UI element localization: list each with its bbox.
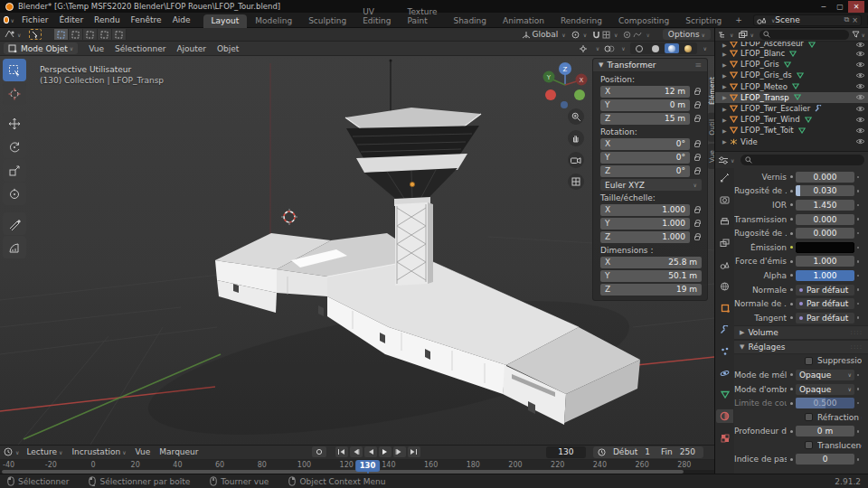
box-select-mode-extend-button[interactable] [69, 29, 83, 40]
rotation-y-field[interactable]: Y0° [600, 152, 690, 164]
outliner-item-lfop-gris-ds[interactable]: ▶LFOP_Gris_ds [715, 70, 868, 80]
lock-rotation-y[interactable] [693, 154, 702, 161]
disclosure-triangle-icon[interactable]: ▶ [722, 83, 730, 89]
properties-tab-view-layer[interactable] [716, 236, 733, 249]
number-field-force-d-mis[interactable]: 1.000 [796, 256, 854, 267]
checkbox-r-fraction-en-espac[interactable] [805, 413, 813, 421]
mode-dropdown[interactable]: Mode Objet ∨ [4, 42, 78, 54]
lock-scale-x[interactable] [693, 206, 702, 213]
workspace-tab-layout[interactable]: Layout [203, 14, 248, 28]
outliner-item-lfop-meteo[interactable]: ▶LFOP_Meteo [715, 81, 868, 92]
timeline-menu-lecture[interactable]: Lecture∨ [22, 447, 67, 456]
unlink-scene-icon[interactable]: × [852, 16, 858, 24]
animate-decorator[interactable] [854, 402, 862, 405]
jump-to-end-button[interactable] [408, 446, 420, 457]
menu-fen-tre[interactable]: Fenêtre [126, 15, 167, 24]
properties-tab-object-data[interactable] [716, 388, 733, 401]
visibility-eye-icon[interactable] [855, 127, 865, 134]
outliner-item-lfop-gris[interactable]: ▶LFOP_Gris [715, 59, 868, 70]
dropdown-mode-d-ombr[interactable]: Opaque∨ [796, 384, 854, 395]
play-reverse-button[interactable] [364, 446, 377, 457]
properties-tab-physics[interactable] [716, 366, 733, 380]
properties-search-input[interactable] [741, 155, 864, 165]
animate-decorator[interactable] [854, 430, 862, 433]
blender-menu-icon[interactable]: ∨ [4, 15, 14, 24]
checkbox-translucence-sub-su[interactable] [805, 441, 813, 449]
scale-tool-button[interactable] [3, 159, 26, 182]
axis-navigation-gizmo[interactable]: Z Y X [537, 58, 593, 110]
active-tool-box-select-button[interactable] [29, 29, 42, 40]
outliner-item-vide[interactable]: ▶Vide [715, 136, 868, 147]
enum-field-normale-de[interactable]: Par défaut [796, 298, 854, 309]
gizmo-chevron[interactable]: ∨ [596, 45, 599, 52]
editor-type-3d-viewport-icon[interactable]: ∨ [4, 30, 21, 39]
cursor-tool-button[interactable] [3, 82, 26, 105]
decorator-dot-icon[interactable] [790, 203, 793, 206]
workspace-tab-texture-paint[interactable]: Texture Paint [400, 5, 446, 28]
number-field-transmission[interactable]: 0.000 [796, 214, 854, 225]
rotation-mode-dropdown[interactable]: Euler XYZ∨ [600, 179, 702, 191]
viewport-menu-vue[interactable]: Vue [83, 44, 109, 53]
outliner-display-mode-icon[interactable]: ∨ [739, 31, 753, 39]
color-swatch-mission[interactable] [796, 242, 854, 253]
disclosure-triangle-icon[interactable]: ▶ [722, 72, 730, 79]
properties-tab-output[interactable] [716, 214, 733, 228]
gizmo-minus-y-axis[interactable] [574, 89, 585, 100]
editor-type-properties-icon[interactable]: ∨ [718, 156, 734, 164]
outliner-item-lfop-twr-wind[interactable]: ▶LFOP_Twr_Wind [715, 114, 868, 125]
number-field-ior[interactable]: 1.450 [796, 200, 854, 211]
properties-tab-render[interactable] [716, 192, 733, 206]
animate-decorator[interactable] [854, 176, 862, 179]
workspace-tab-animation[interactable]: Animation [495, 14, 552, 28]
next-keyframe-button[interactable] [393, 446, 406, 457]
editor-type-timeline-icon[interactable]: ∨ [4, 447, 19, 456]
visibility-eye-icon[interactable] [855, 106, 865, 112]
decorator-dot-icon[interactable] [790, 218, 793, 221]
lock-rotation-z[interactable] [693, 167, 702, 174]
dimensions-y-field[interactable]: Y50.1 m [600, 270, 702, 282]
outliner-filter-icon[interactable]: ∨ [852, 31, 865, 38]
enum-field-tangent[interactable]: Par défaut [796, 313, 854, 324]
properties-tab-particles[interactable] [716, 344, 733, 358]
viewport-3d[interactable]: Perspective Utilisateur (130) Collection… [0, 56, 714, 445]
outliner-item-lfop-ascenseur[interactable]: ▶LFOP_Ascenseur [715, 42, 868, 48]
transform-orientation-dropdown[interactable]: Global∨ [522, 30, 566, 39]
section-volume[interactable]: ▶Volume:::: [734, 325, 868, 340]
overlays-chevron[interactable]: ∨ [621, 45, 625, 52]
workspace-tab-rendering[interactable]: Rendering [552, 14, 610, 28]
dropdown-mode-de-m-la[interactable]: Opaque∨ [796, 370, 854, 380]
show-gizmo-dropdown[interactable] [579, 44, 590, 53]
animate-decorator[interactable] [854, 232, 862, 235]
animate-decorator[interactable] [854, 288, 862, 291]
measure-tool-button[interactable] [3, 236, 26, 258]
box-select-mode-difference-button[interactable] [98, 29, 112, 40]
menu-fichier[interactable]: Fichier [16, 15, 53, 24]
visibility-eye-icon[interactable] [855, 42, 865, 48]
animate-decorator[interactable] [854, 316, 862, 319]
position-z-field[interactable]: Z15 m [600, 113, 690, 125]
new-scene-icon[interactable]: ⧉ [844, 15, 849, 24]
end-frame-field[interactable]: Fin250 [657, 447, 699, 456]
camera-view-button[interactable] [568, 152, 584, 168]
properties-tab-scene[interactable] [716, 258, 733, 271]
visibility-eye-icon[interactable] [855, 138, 865, 145]
pan-hand-button[interactable] [568, 130, 584, 146]
workspace-tab-compositing[interactable]: Compositing [610, 14, 677, 28]
rotation-z-field[interactable]: Z0° [600, 165, 690, 177]
outliner-item-lfop-blanc[interactable]: ▶LFOP_Blanc [715, 48, 868, 59]
section-reglages[interactable]: ▼Réglages:::: [734, 340, 868, 354]
outliner-search-input[interactable] [760, 30, 849, 40]
editor-type-outliner-icon[interactable]: ∨ [718, 31, 733, 39]
lock-scale-z[interactable] [693, 233, 702, 240]
animate-decorator[interactable] [854, 388, 862, 390]
workspace-tab-uv-editing[interactable]: UV Editing [354, 5, 399, 28]
minimize-button[interactable]: ─ [816, 1, 832, 13]
visibility-eye-icon[interactable] [855, 72, 865, 79]
enum-field-normale[interactable]: Par défaut [796, 285, 854, 296]
gizmo-minus-z-axis[interactable] [561, 101, 568, 108]
shading-rendered-button[interactable] [681, 43, 695, 53]
dimensions-x-field[interactable]: X25.8 m [600, 257, 702, 268]
lock-position-x[interactable] [693, 88, 702, 95]
animate-decorator[interactable] [854, 275, 862, 277]
visibility-eye-icon[interactable] [855, 51, 865, 57]
